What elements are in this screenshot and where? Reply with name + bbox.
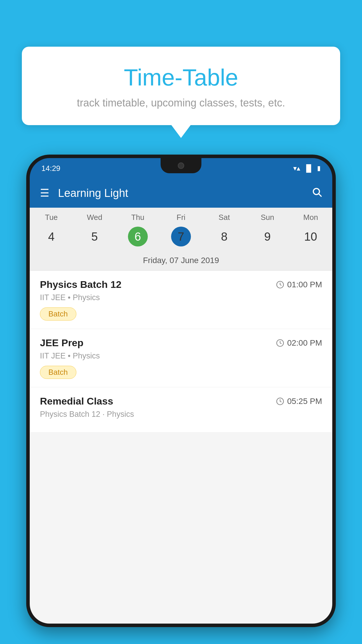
class-list: Physics Batch 12 01:00 PM IIT JEE • Phys…: [30, 271, 332, 433]
class-time-1: 01:00 PM: [276, 280, 322, 289]
day-4[interactable]: 4: [30, 227, 73, 246]
class-name-1: Physics Batch 12: [40, 279, 122, 290]
calendar-section: Tue Wed Thu Fri Sat Sun Mon 4 5 6 7 8 9 …: [30, 208, 332, 271]
class-item-header-2: JEE Prep 02:00 PM: [40, 337, 322, 349]
batch-badge-1: Batch: [40, 307, 76, 321]
class-item-header-3: Remedial Class 05:25 PM: [40, 396, 322, 407]
day-5[interactable]: 5: [73, 227, 116, 246]
class-item-jee-prep[interactable]: JEE Prep 02:00 PM IIT JEE • Physics Batc…: [30, 329, 332, 387]
day-10[interactable]: 10: [289, 227, 332, 246]
app-title: Learning Light: [58, 187, 312, 200]
day-headers: Tue Wed Thu Fri Sat Sun Mon: [30, 208, 332, 224]
wifi-icon: ▾▴: [293, 164, 300, 172]
status-time: 14:29: [41, 164, 60, 173]
app-header: ☰ Learning Light: [30, 178, 332, 208]
day-header-thu: Thu: [116, 213, 159, 222]
tooltip-subtitle: track timetable, upcoming classes, tests…: [36, 97, 326, 109]
class-time-3: 05:25 PM: [276, 397, 322, 406]
day-8[interactable]: 8: [203, 227, 246, 246]
svg-line-1: [319, 194, 321, 196]
class-name-3: Remedial Class: [40, 396, 113, 407]
phone-container: 14:29 ▾▴ ▐▌ ▮ ☰ Learning Light: [26, 155, 336, 644]
day-6-today[interactable]: 6: [116, 227, 159, 246]
day-header-mon: Mon: [289, 213, 332, 222]
class-subtitle-2: IIT JEE • Physics: [40, 351, 322, 360]
day-9[interactable]: 9: [246, 227, 289, 246]
camera: [178, 162, 184, 169]
day-header-wed: Wed: [73, 213, 116, 222]
hamburger-icon[interactable]: ☰: [40, 187, 49, 199]
class-subtitle-1: IIT JEE • Physics: [40, 293, 322, 302]
day-header-fri: Fri: [159, 213, 203, 222]
status-icons: ▾▴ ▐▌ ▮: [293, 164, 321, 172]
class-item-header-1: Physics Batch 12 01:00 PM: [40, 279, 322, 290]
class-item-remedial[interactable]: Remedial Class 05:25 PM Physics Batch 12…: [30, 387, 332, 433]
class-item-physics-batch-12[interactable]: Physics Batch 12 01:00 PM IIT JEE • Phys…: [30, 271, 332, 329]
day-header-sun: Sun: [246, 213, 289, 222]
signal-icon: ▐▌: [304, 164, 314, 172]
tooltip-title: Time-Table: [36, 64, 326, 91]
search-icon[interactable]: [312, 187, 322, 200]
selected-date-label: Friday, 07 June 2019: [30, 252, 332, 271]
battery-icon: ▮: [317, 164, 321, 172]
class-time-2: 02:00 PM: [276, 338, 322, 348]
day-numbers: 4 5 6 7 8 9 10: [30, 224, 332, 252]
class-name-2: JEE Prep: [40, 337, 83, 349]
day-header-sat: Sat: [203, 213, 246, 222]
tooltip-card: Time-Table track timetable, upcoming cla…: [22, 47, 340, 125]
phone-frame: 14:29 ▾▴ ▐▌ ▮ ☰ Learning Light: [26, 155, 336, 627]
day-header-tue: Tue: [30, 213, 73, 222]
day-7-selected[interactable]: 7: [159, 227, 203, 246]
batch-badge-2: Batch: [40, 366, 76, 379]
class-subtitle-3: Physics Batch 12 · Physics: [40, 410, 322, 419]
phone-screen: ☰ Learning Light Tue Wed Thu Fri Sat: [30, 178, 332, 624]
notch: [161, 158, 201, 173]
